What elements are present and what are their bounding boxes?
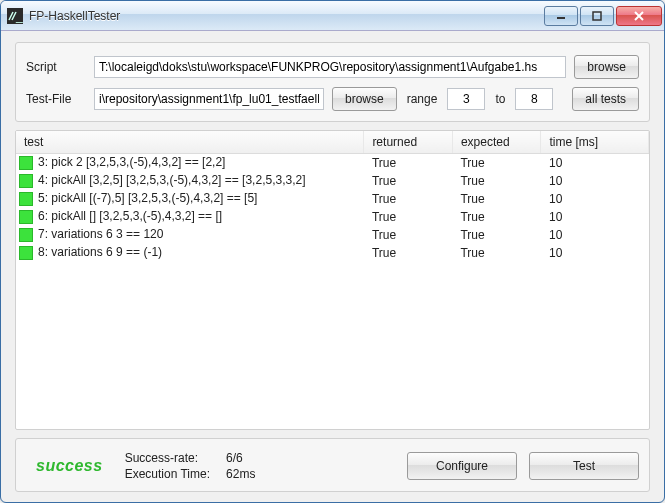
test-text: 5: pickAll [(-7),5] [3,2,5,3,(-5),4,3,2]…: [38, 191, 257, 205]
exec-time-label: Execution Time:: [125, 467, 210, 481]
test-text: 8: variations 6 9 == (-1): [38, 245, 162, 259]
all-tests-button[interactable]: all tests: [572, 87, 639, 111]
footer-group: success Success-rate: 6/6 Execution Time…: [15, 438, 650, 492]
svg-text:_: _: [15, 9, 23, 23]
to-label: to: [493, 92, 507, 106]
col-test[interactable]: test: [16, 131, 364, 154]
script-label: Script: [26, 60, 86, 74]
pass-icon: [19, 228, 33, 242]
time-cell: 10: [541, 226, 649, 244]
minimize-button[interactable]: [544, 6, 578, 26]
expected-cell: True: [452, 208, 541, 226]
expected-cell: True: [452, 190, 541, 208]
app-icon: _: [7, 8, 23, 24]
time-cell: 10: [541, 154, 649, 172]
test-text: 4: pickAll [3,2,5] [3,2,5,3,(-5),4,3,2] …: [38, 173, 306, 187]
table-header-row: test returned expected time [ms]: [16, 131, 649, 154]
browse-testfile-button[interactable]: browse: [332, 87, 397, 111]
time-cell: 10: [541, 172, 649, 190]
expected-cell: True: [452, 172, 541, 190]
time-cell: 10: [541, 190, 649, 208]
table-row[interactable]: 7: variations 6 3 == 120TrueTrue10: [16, 226, 649, 244]
svg-rect-3: [593, 12, 601, 20]
stats-block: Success-rate: 6/6 Execution Time: 62ms: [125, 451, 256, 481]
returned-cell: True: [364, 244, 453, 262]
returned-cell: True: [364, 154, 453, 172]
test-text: 7: variations 6 3 == 120: [38, 227, 163, 241]
script-input[interactable]: [94, 56, 566, 78]
range-label: range: [405, 92, 440, 106]
close-button[interactable]: [616, 6, 662, 26]
testfile-input[interactable]: [94, 88, 324, 110]
input-group: Script browse Test-File browse range to …: [15, 42, 650, 122]
titlebar: _ FP-HaskellTester: [1, 1, 664, 31]
col-expected[interactable]: expected: [452, 131, 541, 154]
range-to-input[interactable]: [515, 88, 553, 110]
success-rate-value: 6/6: [226, 451, 255, 465]
col-returned[interactable]: returned: [364, 131, 453, 154]
window-controls: [544, 6, 662, 26]
pass-icon: [19, 156, 33, 170]
table-row[interactable]: 5: pickAll [(-7),5] [3,2,5,3,(-5),4,3,2]…: [16, 190, 649, 208]
time-cell: 10: [541, 208, 649, 226]
time-cell: 10: [541, 244, 649, 262]
expected-cell: True: [452, 154, 541, 172]
col-time[interactable]: time [ms]: [541, 131, 649, 154]
pass-icon: [19, 174, 33, 188]
table-row[interactable]: 8: variations 6 9 == (-1)TrueTrue10: [16, 244, 649, 262]
table-row[interactable]: 4: pickAll [3,2,5] [3,2,5,3,(-5),4,3,2] …: [16, 172, 649, 190]
window-title: FP-HaskellTester: [29, 9, 544, 23]
maximize-button[interactable]: [580, 6, 614, 26]
pass-icon: [19, 246, 33, 260]
returned-cell: True: [364, 226, 453, 244]
pass-icon: [19, 210, 33, 224]
returned-cell: True: [364, 172, 453, 190]
test-text: 6: pickAll [] [3,2,5,3,(-5),4,3,2] == []: [38, 209, 222, 223]
expected-cell: True: [452, 226, 541, 244]
testfile-label: Test-File: [26, 92, 86, 106]
configure-button[interactable]: Configure: [407, 452, 517, 480]
returned-cell: True: [364, 190, 453, 208]
pass-icon: [19, 192, 33, 206]
exec-time-value: 62ms: [226, 467, 255, 481]
table-row[interactable]: 3: pick 2 [3,2,5,3,(-5),4,3,2] == [2,2]T…: [16, 154, 649, 172]
client-area: Script browse Test-File browse range to …: [1, 31, 664, 502]
table-row[interactable]: 6: pickAll [] [3,2,5,3,(-5),4,3,2] == []…: [16, 208, 649, 226]
test-text: 3: pick 2 [3,2,5,3,(-5),4,3,2] == [2,2]: [38, 155, 225, 169]
browse-script-button[interactable]: browse: [574, 55, 639, 79]
app-window: _ FP-HaskellTester Script browse Test-Fi…: [0, 0, 665, 503]
success-rate-label: Success-rate:: [125, 451, 210, 465]
expected-cell: True: [452, 244, 541, 262]
returned-cell: True: [364, 208, 453, 226]
status-word: success: [26, 457, 113, 475]
range-from-input[interactable]: [447, 88, 485, 110]
results-table[interactable]: test returned expected time [ms] 3: pick…: [15, 130, 650, 430]
test-button[interactable]: Test: [529, 452, 639, 480]
